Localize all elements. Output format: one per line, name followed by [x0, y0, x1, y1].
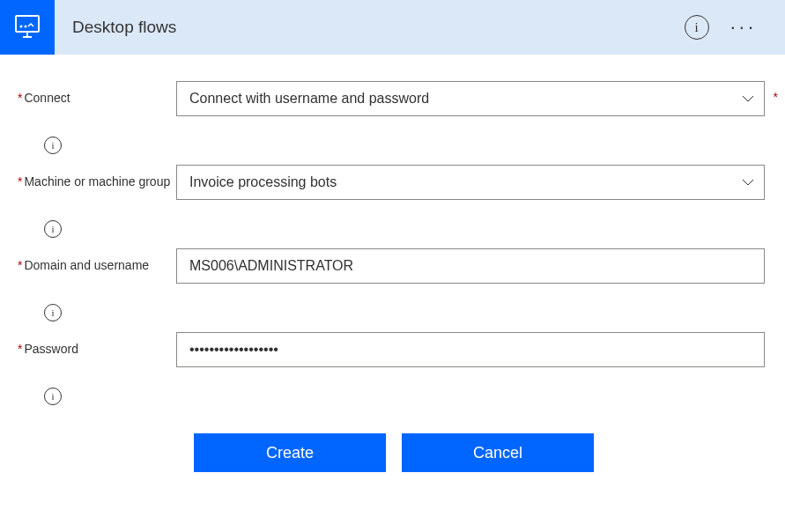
svg-point-3	[20, 26, 23, 28]
row-machine: *Machine or machine group Invoice proces…	[18, 165, 767, 200]
label-domain-text: Domain and username	[24, 258, 149, 272]
label-machine: *Machine or machine group	[18, 165, 176, 189]
row-domain: *Domain and username	[18, 248, 767, 284]
label-machine-text: Machine or machine group	[24, 174, 170, 188]
password-input[interactable]	[176, 332, 765, 367]
header-title: Desktop flows	[72, 18, 176, 37]
cancel-button[interactable]: Cancel	[402, 433, 594, 472]
label-domain: *Domain and username	[18, 248, 176, 273]
row-connect: *Connect Connect with username and passw…	[18, 81, 767, 116]
create-button[interactable]: Create	[194, 433, 386, 472]
button-row: Create Cancel	[18, 416, 767, 472]
field-domain	[176, 248, 767, 284]
header-right: i ···	[685, 15, 764, 40]
row-password: *Password	[18, 332, 767, 367]
header-bar: Desktop flows i ···	[0, 0, 785, 55]
help-domain: i	[18, 292, 767, 332]
svg-point-4	[25, 26, 27, 28]
info-icon[interactable]: i	[685, 15, 709, 40]
form-area: *Connect Connect with username and passw…	[0, 55, 785, 499]
desktop-icon	[12, 14, 42, 41]
field-connect: Connect with username and password *	[176, 81, 767, 116]
info-icon-machine[interactable]: i	[44, 220, 62, 238]
info-icon-connect[interactable]: i	[44, 137, 62, 154]
label-password-text: Password	[24, 342, 78, 356]
header-left: Desktop flows	[0, 0, 176, 55]
chevron-down-icon	[741, 92, 755, 106]
label-connect: *Connect	[18, 81, 176, 106]
connect-select-value: Connect with username and password	[189, 91, 429, 107]
app-icon	[0, 0, 55, 55]
field-machine: Invoice processing bots	[176, 165, 767, 200]
required-marker: *	[774, 90, 778, 104]
label-connect-text: Connect	[24, 91, 70, 105]
field-password	[176, 332, 767, 367]
machine-select[interactable]: Invoice processing bots	[176, 165, 765, 200]
label-password: *Password	[18, 332, 176, 357]
info-icon-password[interactable]: i	[44, 388, 62, 405]
more-options-icon[interactable]: ···	[730, 16, 764, 39]
connect-select[interactable]: Connect with username and password	[176, 81, 765, 116]
domain-username-input[interactable]	[176, 248, 765, 284]
info-icon-domain[interactable]: i	[44, 304, 62, 321]
help-machine: i	[18, 209, 767, 248]
chevron-down-icon	[741, 175, 755, 189]
svg-rect-0	[16, 16, 39, 32]
help-connect: i	[18, 125, 767, 165]
machine-select-value: Invoice processing bots	[189, 174, 337, 190]
help-password: i	[18, 376, 767, 416]
